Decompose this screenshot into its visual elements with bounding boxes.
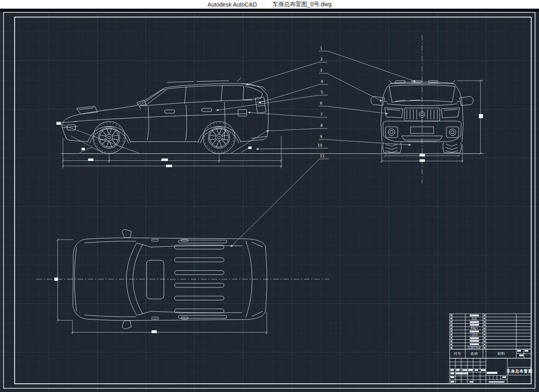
callout-10: 10 (317, 144, 322, 147)
autocad-window: Autodesk AutoCAD 车身总布置图_0号.dwg (0, 0, 539, 392)
callout-4: 4 (321, 80, 323, 84)
part-name (465, 340, 483, 342)
dimension-lines (56, 79, 484, 334)
part-name (465, 321, 483, 323)
parts-row (450, 320, 531, 324)
header-code: 代号 (450, 349, 465, 358)
side-view-drawing (62, 78, 268, 154)
part-name: 门把手 (465, 333, 483, 336)
part-name: 车顶行李架 (465, 346, 483, 349)
callout-6: 6 (320, 102, 322, 105)
part-name (465, 337, 483, 339)
part-name (465, 343, 483, 345)
callout-1: 1 (320, 47, 322, 50)
parts-row: 门把手 (450, 333, 531, 336)
part-name: 充电口 (465, 327, 483, 330)
parts-row (450, 340, 531, 343)
header-name: 名称 (465, 349, 483, 358)
header-material: 材料 (486, 349, 516, 358)
top-view-drawing (36, 229, 329, 329)
drawing-title: 车身总布置图 (508, 367, 531, 375)
parts-row (450, 330, 531, 333)
callout-5: 5 (321, 91, 323, 94)
callout-9: 9 (320, 135, 322, 139)
parts-row (450, 336, 531, 340)
parts-row (450, 343, 531, 346)
parts-row (450, 323, 531, 327)
part-name (465, 324, 483, 326)
leader-lines (216, 51, 416, 247)
callout-2: 2 (320, 58, 323, 61)
parts-row: 车顶行李架 (450, 346, 531, 349)
callout-8: 8 (320, 124, 323, 128)
callout-3: 3 (320, 69, 322, 72)
part-name (465, 331, 483, 332)
part-name: 车轮 (465, 317, 483, 320)
parts-row: 充电口 (450, 327, 531, 330)
callout-11: 11 (320, 154, 324, 158)
part-name (465, 315, 483, 316)
parts-row (450, 314, 531, 317)
parts-list: 车轮 充电口 门把手 车顶行李架 (450, 314, 531, 349)
parts-row: 车轮 (450, 317, 531, 320)
callout-7: 7 (320, 113, 323, 117)
